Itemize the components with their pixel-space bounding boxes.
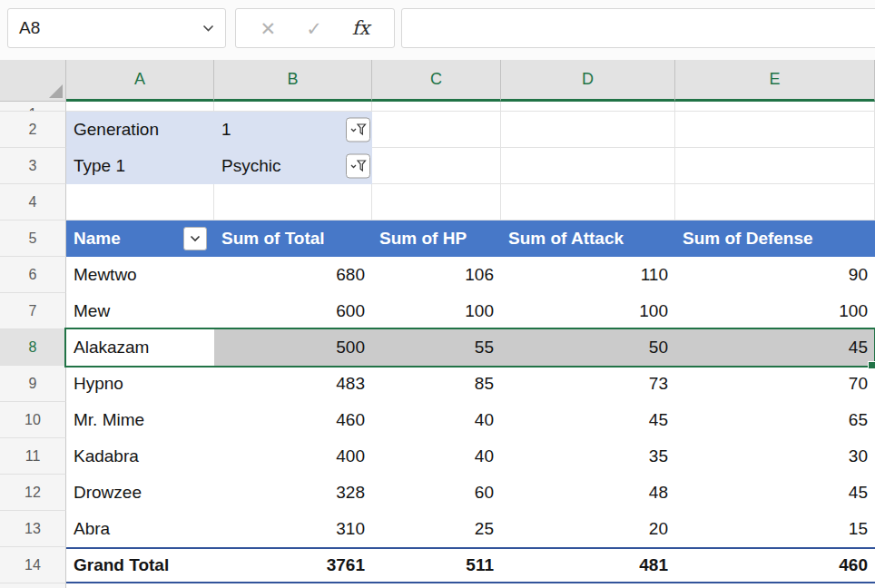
pivot-header-attack[interactable]: Sum of Attack (501, 220, 675, 257)
cell-c3[interactable] (372, 148, 501, 184)
row-header-1[interactable]: 1 (0, 102, 66, 112)
grand-total-defense[interactable]: 460 (675, 547, 875, 583)
row-header-6[interactable]: 6 (0, 257, 66, 293)
cell-defense[interactable]: 65 (675, 402, 875, 438)
cell-defense[interactable]: 90 (675, 257, 875, 293)
cell-name[interactable]: Drowzee (66, 475, 214, 511)
row-header-8[interactable]: 8 (0, 329, 66, 366)
cell-total[interactable]: 680 (214, 257, 372, 293)
grand-total-total[interactable]: 3761 (214, 547, 372, 583)
cell-hp[interactable]: 55 (372, 329, 501, 366)
cell-defense[interactable]: 15 (675, 511, 875, 547)
cell-defense[interactable]: 70 (675, 366, 875, 402)
cell-c2[interactable] (372, 112, 501, 148)
row-header-14[interactable]: 14 (0, 547, 66, 583)
cell-a4[interactable] (66, 184, 214, 220)
cell-defense[interactable]: 100 (675, 293, 875, 329)
column-header-b[interactable]: B (214, 60, 372, 102)
active-cell-name[interactable]: Alakazam (66, 329, 214, 366)
row-header-2[interactable]: 2 (0, 112, 66, 148)
cell-name[interactable]: Mewtwo (66, 257, 214, 293)
cell-generation-label[interactable]: Generation (66, 112, 214, 148)
row-header-13[interactable]: 13 (0, 511, 66, 547)
cell-defense[interactable]: 45 (675, 329, 875, 366)
cell-d4[interactable] (501, 184, 675, 220)
cell-attack[interactable]: 48 (501, 475, 675, 511)
cell-attack[interactable]: 110 (501, 257, 675, 293)
cell-hp[interactable]: 106 (372, 257, 501, 293)
row-header-4[interactable]: 4 (0, 184, 66, 220)
cell-total[interactable]: 500 (214, 329, 372, 366)
cell-name[interactable]: Mr. Mime (66, 402, 214, 438)
cell-c4[interactable] (372, 184, 501, 220)
cell-c1[interactable] (372, 102, 501, 112)
cell-hp[interactable]: 40 (372, 402, 501, 438)
cell-name[interactable]: Abra (66, 511, 214, 547)
cell-name[interactable]: Mew (66, 293, 214, 329)
pivot-header-name[interactable]: Name (66, 220, 214, 257)
cell-type-label[interactable]: Type 1 (66, 148, 214, 184)
row-header-3[interactable]: 3 (0, 148, 66, 184)
grand-total-label[interactable]: Grand Total (66, 547, 214, 583)
cell-type-value[interactable]: Psychic (214, 148, 372, 184)
cell-total[interactable]: 460 (214, 402, 372, 438)
row-header-7[interactable]: 7 (0, 293, 66, 329)
cell-total[interactable]: 600 (214, 293, 372, 329)
cell-attack[interactable]: 35 (501, 438, 675, 475)
cell-b1[interactable] (214, 102, 372, 112)
cell-d3[interactable] (501, 148, 675, 184)
grand-total-hp[interactable]: 511 (372, 547, 501, 583)
cell-attack[interactable]: 20 (501, 511, 675, 547)
cell-e2[interactable] (675, 112, 875, 148)
cell-total[interactable]: 483 (214, 366, 372, 402)
column-header-d[interactable]: D (501, 60, 675, 102)
cell-d1[interactable] (501, 102, 675, 112)
cell-total[interactable]: 310 (214, 511, 372, 547)
column-header-a[interactable]: A (66, 60, 214, 102)
insert-function-icon[interactable]: fx (352, 17, 370, 39)
cell-name[interactable]: Kadabra (66, 438, 214, 475)
cell-hp[interactable]: 60 (372, 475, 501, 511)
formula-bar-input[interactable] (401, 8, 875, 48)
cell-a1[interactable] (66, 102, 214, 112)
row-header-12[interactable]: 12 (0, 475, 66, 511)
name-filter-dropdown[interactable] (183, 227, 207, 250)
row-header-9[interactable]: 9 (0, 366, 66, 402)
cell-hp[interactable]: 40 (372, 438, 501, 475)
fill-handle[interactable] (868, 361, 875, 369)
grand-total-attack[interactable]: 481 (501, 547, 675, 583)
column-header-e[interactable]: E (675, 60, 875, 102)
cell-e4[interactable] (675, 184, 875, 220)
enter-icon[interactable]: ✓ (306, 19, 322, 38)
pivot-header-defense[interactable]: Sum of Defense (675, 220, 875, 257)
cell-generation-value[interactable]: 1 (214, 112, 372, 148)
cell-hp[interactable]: 25 (372, 511, 501, 547)
cell-hp[interactable]: 100 (372, 293, 501, 329)
pivot-header-total[interactable]: Sum of Total (214, 220, 372, 257)
cell-defense[interactable]: 30 (675, 438, 875, 475)
generation-filter-button[interactable] (346, 118, 370, 142)
cell-hp[interactable]: 85 (372, 366, 501, 402)
pivot-header-hp[interactable]: Sum of HP (372, 220, 501, 257)
select-all-corner[interactable] (0, 60, 66, 102)
column-header-c[interactable]: C (372, 60, 501, 102)
cell-attack[interactable]: 73 (501, 366, 675, 402)
column-header-row: A B C D E (0, 60, 875, 102)
row-header-11[interactable]: 11 (0, 438, 66, 475)
cell-total[interactable]: 328 (214, 475, 372, 511)
cell-total[interactable]: 400 (214, 438, 372, 475)
name-box[interactable]: A8 (7, 8, 226, 48)
cell-b4[interactable] (214, 184, 372, 220)
cell-attack[interactable]: 45 (501, 402, 675, 438)
cancel-icon[interactable]: ✕ (261, 19, 277, 38)
cell-e3[interactable] (675, 148, 875, 184)
cell-attack[interactable]: 50 (501, 329, 675, 366)
cell-name[interactable]: Hypno (66, 366, 214, 402)
cell-attack[interactable]: 100 (501, 293, 675, 329)
row-header-5[interactable]: 5 (0, 220, 66, 257)
type-filter-button[interactable] (346, 154, 370, 179)
row-header-10[interactable]: 10 (0, 402, 66, 438)
cell-e1[interactable] (675, 102, 875, 112)
cell-d2[interactable] (501, 112, 675, 148)
cell-defense[interactable]: 45 (675, 475, 875, 511)
